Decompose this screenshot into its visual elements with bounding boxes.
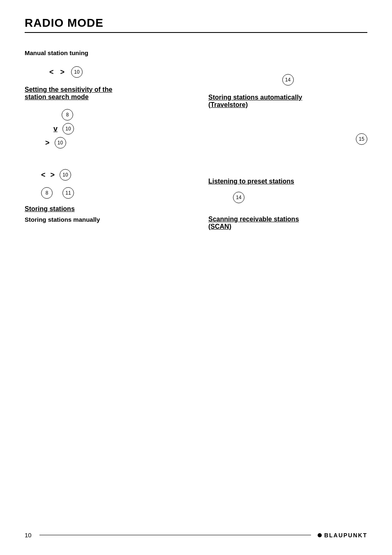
storing-manually-heading: Storing stations manually <box>25 216 184 223</box>
footer: 10 BLAUPUNKT <box>25 532 367 539</box>
sensitivity-controls-row2: v 10 <box>53 123 184 135</box>
manual-tuning-heading: Manual station tuning <box>25 49 184 56</box>
storing-stations-link[interactable]: Storing stations <box>25 205 184 213</box>
auto-store-link[interactable]: Storing stations automatically (Travelst… <box>208 94 367 109</box>
badge-15-row: 15 <box>208 133 367 145</box>
badge-10-storing: 10 <box>60 169 71 181</box>
page-number: 10 <box>25 532 33 539</box>
storing-section: < > 10 8 11 Storing stations Storing sta… <box>25 169 184 223</box>
blaupunkt-logo: BLAUPUNKT <box>318 532 367 539</box>
right-column: 14 Storing stations automatically (Trave… <box>204 49 367 234</box>
footer-line <box>39 535 311 535</box>
listening-section: Listening to preset stations 14 <box>208 178 367 203</box>
badge-14-auto: 14 <box>282 74 294 86</box>
manual-tuning-section: Manual station tuning < > 10 <box>25 49 184 78</box>
storing-right-arrow: > <box>51 171 55 179</box>
sensitivity-controls-row3: > 10 <box>45 137 184 149</box>
badge-8: 8 <box>62 109 73 121</box>
badge-10-manual: 10 <box>71 66 83 78</box>
listening-link[interactable]: Listening to preset stations <box>208 178 367 185</box>
badge-11-storing: 11 <box>62 187 74 199</box>
logo-dot <box>318 533 322 537</box>
storing-badges: 8 11 <box>41 187 184 199</box>
badge-14-listening: 14 <box>233 192 244 203</box>
title-divider <box>25 32 367 33</box>
page-title: RADIO MODE <box>25 16 367 30</box>
auto-store-section: 14 Storing stations automatically (Trave… <box>208 74 367 109</box>
manual-tuning-controls: < > 10 <box>49 66 184 78</box>
sensitivity-link[interactable]: Setting the sensitivity of the station s… <box>25 86 184 101</box>
badge-15: 15 <box>356 133 367 145</box>
left-arrow-symbol: < <box>49 68 54 77</box>
badge-10a: 10 <box>62 123 74 135</box>
badge-8-storing: 8 <box>41 187 53 199</box>
content-grid: Manual station tuning < > 10 Setting the… <box>25 49 367 234</box>
page: RADIO MODE Manual station tuning < > 10 … <box>0 0 392 555</box>
scanning-link[interactable]: Scanning receivable stations (SCAN) <box>208 216 367 230</box>
gt-symbol: > <box>45 139 50 147</box>
badge-10b: 10 <box>55 137 66 149</box>
left-column: Manual station tuning < > 10 Setting the… <box>25 49 188 234</box>
storing-left-arrow: < <box>41 171 46 179</box>
right-arrow-symbol: > <box>60 68 65 77</box>
storing-controls: < > 10 <box>41 169 184 181</box>
scanning-section: Scanning receivable stations (SCAN) <box>208 216 367 230</box>
sensitivity-controls-row1: 8 <box>62 109 184 121</box>
v-symbol: v <box>53 125 58 133</box>
logo-text: BLAUPUNKT <box>324 532 367 539</box>
sensitivity-section: Setting the sensitivity of the station s… <box>25 86 184 149</box>
